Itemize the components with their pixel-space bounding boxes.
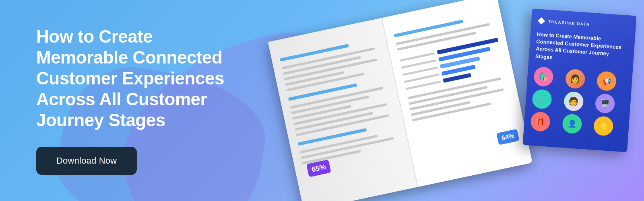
text-section: How to Create Memorable Connected Custom… (0, 26, 225, 175)
cover-icon-grid: 🛍️ 👩 📢 🛒 🧑 🖥️ 🎁 👤 ⭐ (530, 66, 626, 137)
book-line (280, 44, 349, 62)
open-book-image: 65% (268, 0, 533, 201)
cover-title: How to Create Memorable Connected Custom… (535, 31, 629, 66)
cover-icon-cart: 🛒 (532, 89, 552, 109)
cover-icon-person: 👤 (561, 113, 582, 134)
cover-logo: TREASURE DATA (537, 17, 630, 31)
cover-logo-text: TREASURE DATA (548, 19, 590, 27)
book-line (394, 20, 464, 37)
book-line (297, 128, 366, 146)
stat-badge-2: 64% (496, 129, 519, 145)
download-now-button[interactable]: Download Now (36, 147, 137, 175)
cover-icon-shopping: 🛍️ (533, 66, 554, 87)
book-line (288, 83, 357, 101)
treasure-data-logo-icon (537, 17, 545, 25)
cover-icon-megaphone: 📢 (597, 71, 617, 91)
cover-icon-gift: 🎁 (530, 111, 551, 132)
cover-photo-2: 🧑 (563, 91, 584, 111)
cover-photo-1: 👩 (565, 68, 585, 89)
cover-book-image: TREASURE DATA How to Create Memorable Co… (522, 8, 636, 152)
cover-icon-star: ⭐ (593, 116, 614, 136)
headline: How to Create Memorable Connected Custom… (36, 26, 225, 131)
cover-icon-monitor: 🖥️ (595, 93, 615, 114)
banner-container: How to Create Memorable Connected Custom… (0, 0, 644, 201)
visual-section: 65% (242, 0, 644, 201)
